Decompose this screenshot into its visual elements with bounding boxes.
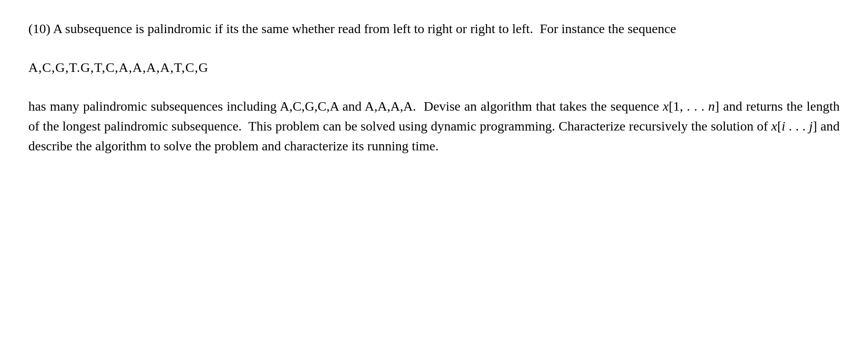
problem-number: (10) <box>28 21 51 36</box>
sequence-text: A,C,G,T.G,T,C,A,A,A,A,T,C,G <box>28 60 208 75</box>
math-n: n <box>708 99 715 113</box>
page-container: (10) A subsequence is palindromic if its… <box>0 0 868 349</box>
math-i: i <box>781 119 785 133</box>
math-xij: x <box>772 119 777 133</box>
math-j: j <box>809 119 813 133</box>
math-x1n: x <box>663 99 668 113</box>
paragraph1-text: A subsequence is palindromic if its the … <box>53 21 676 36</box>
paragraph-2: has many palindromic subsequences includ… <box>28 96 840 156</box>
paragraph-1: (10) A subsequence is palindromic if its… <box>28 19 840 39</box>
sequence-display: A,C,G,T.G,T,C,A,A,A,A,T,C,G <box>28 58 840 78</box>
